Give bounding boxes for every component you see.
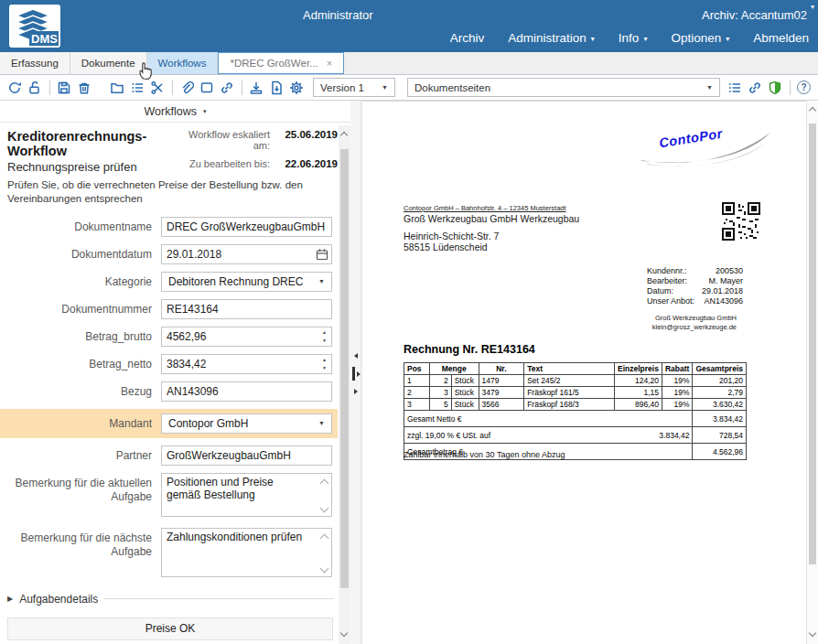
- link-icon[interactable]: [748, 80, 762, 95]
- spin-down-icon[interactable]: ▼: [322, 365, 327, 370]
- invoice-table: Pos Menge Nr. Text Einzelpreis Rabatt Ge…: [404, 362, 747, 460]
- scroll-up-icon[interactable]: [340, 132, 348, 139]
- expand-right-icon[interactable]: [357, 371, 361, 377]
- meta-label: Kundennr.:: [647, 266, 694, 276]
- panel-scrollbar[interactable]: [339, 125, 350, 644]
- scrollbar-thumb[interactable]: [809, 123, 816, 564]
- export-file-icon[interactable]: [269, 80, 284, 95]
- splitter-bar[interactable]: [352, 367, 355, 381]
- tab-erfassung[interactable]: Erfassung: [0, 52, 70, 74]
- chevron-down-icon: ▾: [643, 33, 647, 43]
- version-select-value: Version 1: [320, 82, 364, 93]
- preise-ok-button[interactable]: Preise OK: [7, 617, 333, 640]
- toolbar-separator: [790, 80, 791, 95]
- meta-value: 200530: [702, 266, 743, 276]
- menu-abmelden[interactable]: Abmelden: [753, 31, 809, 45]
- scrollbar-thumb[interactable]: [340, 149, 349, 588]
- betrag-brutto-input[interactable]: [161, 327, 332, 347]
- betrag-brutto-stepper[interactable]: ▲ ▼: [318, 327, 331, 346]
- recipient-street: Heinrich-Schicht-Str. 7: [404, 231, 499, 242]
- mandant-value: Contopor GmbH: [168, 417, 248, 430]
- bezug-input[interactable]: [161, 381, 332, 402]
- menu-administration[interactable]: Administration▾: [508, 31, 595, 45]
- checklist-icon[interactable]: [130, 80, 145, 95]
- tab-dokumente[interactable]: Dokumente: [70, 52, 147, 74]
- field-row-bemerkung-aktuell: Bemerkung für die aktuellen Aufgabe Posi…: [7, 473, 338, 521]
- field-label: Dokumentdatum: [7, 244, 161, 262]
- cut-document-icon[interactable]: [150, 80, 165, 95]
- workflows-panel-selector[interactable]: Workflows ▾: [0, 101, 350, 123]
- meta-value: M. Mayer: [702, 276, 743, 286]
- bemerkung-aktuell-textarea[interactable]: Positionen und Preise gemäß Bestellung: [161, 473, 332, 517]
- workflow-title: Kreditorenrechnungs-Workflow: [7, 129, 171, 158]
- tab-bar: Erfassung Dokumente Workflows *DREC Groß…: [0, 52, 818, 75]
- attachment-icon[interactable]: [179, 80, 194, 95]
- aufgabendetails-section-toggle[interactable]: ▶ Aufgabendetails: [7, 593, 338, 606]
- supplier-email: klein@grosz_werkzeuge.de: [652, 323, 737, 332]
- scroll-up-icon[interactable]: [809, 107, 816, 114]
- field-label: Kategorie: [7, 272, 161, 289]
- bemerkung-naechste-textarea[interactable]: Zahlungskonditionen prüfen: [161, 528, 332, 577]
- chevron-down-icon: ▼: [318, 420, 325, 426]
- tab-document-drec[interactable]: *DREC GroßWer... ×: [218, 52, 344, 74]
- field-row-betrag-netto: Betrag_netto ▲ ▼: [7, 354, 338, 374]
- dokumentname-input[interactable]: [161, 217, 332, 237]
- unlock-icon[interactable]: [27, 80, 42, 95]
- dokumentnummer-input[interactable]: [161, 299, 332, 319]
- meta-label: Unser Anbot:: [647, 296, 694, 306]
- field-list-icon[interactable]: [727, 80, 742, 95]
- help-icon[interactable]: ?: [797, 80, 811, 94]
- menu-optionen[interactable]: Optionen▾: [671, 31, 729, 45]
- panel-splitter[interactable]: [350, 101, 361, 644]
- spin-up-icon[interactable]: ▲: [322, 357, 327, 362]
- chevron-up-icon[interactable]: [320, 478, 329, 488]
- calendar-icon[interactable]: [316, 248, 328, 264]
- kategorie-select[interactable]: Debitoren Rechnung DREC ▼: [161, 272, 332, 292]
- field-row-bezug: Bezug: [7, 381, 338, 402]
- close-icon[interactable]: ×: [327, 58, 332, 69]
- settings-gear-icon[interactable]: [289, 80, 304, 95]
- download-icon[interactable]: [249, 80, 264, 95]
- supplier-name: Groß Werkzeugbau GmbH: [652, 314, 737, 323]
- field-row-partner: Partner: [7, 445, 338, 466]
- toolbar-separator: [172, 80, 173, 95]
- pages-select[interactable]: Dokumentseiten ▼: [407, 78, 720, 97]
- mandant-select[interactable]: Contopor GmbH ▼: [161, 413, 332, 434]
- mouse-hand-cursor: [137, 60, 154, 80]
- chevron-down-icon[interactable]: [320, 564, 329, 573]
- field-label: Dokumentnummer: [7, 299, 161, 317]
- collapse-left-icon[interactable]: [354, 353, 358, 359]
- field-row-dokumentnummer: Dokumentnummer: [7, 299, 338, 319]
- spin-down-icon[interactable]: ▼: [322, 338, 327, 343]
- workflow-task-name: Rechnungspreise prüfen: [7, 160, 171, 174]
- document-scrollbar[interactable]: [806, 101, 818, 644]
- dokumentdatum-input[interactable]: [161, 244, 332, 264]
- chevron-up-icon[interactable]: [320, 533, 329, 542]
- betrag-netto-stepper[interactable]: ▲ ▼: [318, 355, 331, 373]
- partner-input[interactable]: [161, 445, 332, 466]
- document-preview: ContoPor Contopor GmbH – Bahnhofstr. 4 –…: [361, 101, 806, 644]
- recipient-address: Heinrich-Schicht-Str. 7 58515 Lüdenschei…: [404, 231, 499, 252]
- table-row: 12Stück1479Set 245/2124,2019%201,20: [404, 375, 747, 387]
- menu-info[interactable]: Info▾: [619, 31, 648, 45]
- spin-up-icon[interactable]: ▲: [322, 329, 327, 335]
- menu-archiv[interactable]: Archiv: [450, 31, 485, 45]
- tab-workflows[interactable]: Workflows: [147, 52, 219, 74]
- corner-chevron-down-icon[interactable]: ▾: [811, 3, 814, 11]
- save-icon[interactable]: [57, 80, 71, 95]
- chevron-down-icon: ▾: [591, 33, 595, 43]
- refresh-icon[interactable]: [7, 80, 22, 95]
- delete-icon[interactable]: [77, 80, 91, 95]
- scroll-down-icon[interactable]: [809, 629, 816, 637]
- version-select[interactable]: Version 1 ▼: [313, 78, 395, 97]
- betrag-netto-input[interactable]: [161, 354, 332, 374]
- scroll-down-icon[interactable]: [340, 629, 348, 637]
- chevron-down-icon[interactable]: [320, 503, 329, 512]
- folder-icon[interactable]: [110, 80, 124, 95]
- link-icon[interactable]: [220, 80, 234, 95]
- note-icon[interactable]: [199, 80, 214, 95]
- chevron-down-icon: ▾: [203, 108, 207, 115]
- splitter-grip[interactable]: [350, 353, 361, 394]
- shield-icon[interactable]: [768, 80, 782, 95]
- expand-right-icon[interactable]: [354, 389, 358, 394]
